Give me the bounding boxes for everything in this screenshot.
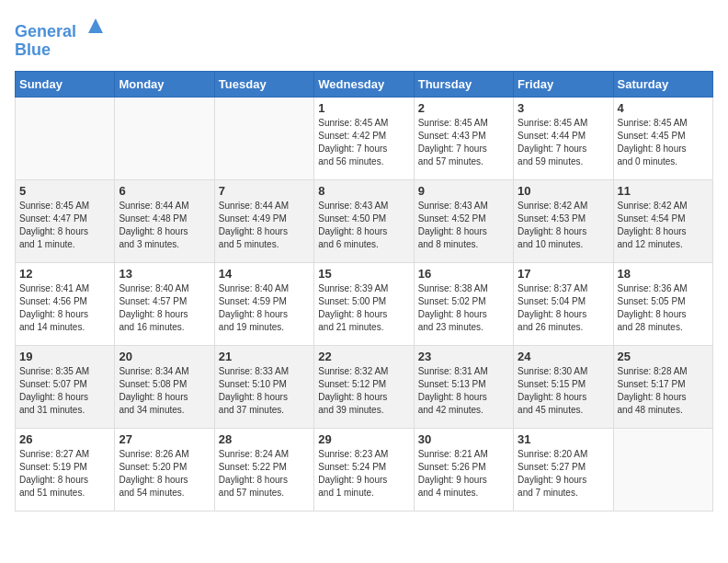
day-info: Sunrise: 8:33 AM Sunset: 5:10 PM Dayligh… xyxy=(219,365,310,417)
day-number: 24 xyxy=(518,350,609,363)
calendar-cell: 21Sunrise: 8:33 AM Sunset: 5:10 PM Dayli… xyxy=(214,345,313,428)
calendar-cell xyxy=(16,97,115,179)
day-info: Sunrise: 8:20 AM Sunset: 5:27 PM Dayligh… xyxy=(518,448,609,500)
day-info: Sunrise: 8:36 AM Sunset: 5:05 PM Dayligh… xyxy=(618,282,709,334)
logo-text: General xyxy=(15,15,107,41)
calendar-cell: 23Sunrise: 8:31 AM Sunset: 5:13 PM Dayli… xyxy=(414,345,513,428)
calendar-cell: 12Sunrise: 8:41 AM Sunset: 4:56 PM Dayli… xyxy=(16,262,115,345)
day-info: Sunrise: 8:31 AM Sunset: 5:13 PM Dayligh… xyxy=(418,365,509,417)
day-number: 4 xyxy=(618,101,709,115)
logo-icon xyxy=(85,15,107,37)
day-info: Sunrise: 8:34 AM Sunset: 5:08 PM Dayligh… xyxy=(119,365,210,417)
day-info: Sunrise: 8:45 AM Sunset: 4:45 PM Dayligh… xyxy=(618,117,709,168)
day-number: 15 xyxy=(318,267,409,281)
day-info: Sunrise: 8:38 AM Sunset: 5:02 PM Dayligh… xyxy=(418,282,509,334)
calendar-cell: 5Sunrise: 8:45 AM Sunset: 4:47 PM Daylig… xyxy=(16,179,115,262)
day-number: 11 xyxy=(618,184,709,198)
day-number: 1 xyxy=(318,101,409,115)
day-number: 13 xyxy=(119,267,210,281)
day-number: 28 xyxy=(219,432,310,446)
day-info: Sunrise: 8:45 AM Sunset: 4:44 PM Dayligh… xyxy=(518,117,609,168)
calendar-cell: 25Sunrise: 8:28 AM Sunset: 5:17 PM Dayli… xyxy=(613,345,712,428)
day-number: 29 xyxy=(318,432,409,446)
calendar-cell: 9Sunrise: 8:43 AM Sunset: 4:52 PM Daylig… xyxy=(414,179,513,262)
calendar-cell: 16Sunrise: 8:38 AM Sunset: 5:02 PM Dayli… xyxy=(414,262,513,345)
day-number: 25 xyxy=(618,350,709,363)
calendar-cell xyxy=(613,428,712,511)
calendar-cell: 8Sunrise: 8:43 AM Sunset: 4:50 PM Daylig… xyxy=(314,179,414,262)
calendar-cell: 13Sunrise: 8:40 AM Sunset: 4:57 PM Dayli… xyxy=(115,262,214,345)
day-number: 20 xyxy=(119,350,210,363)
calendar-cell: 28Sunrise: 8:24 AM Sunset: 5:22 PM Dayli… xyxy=(214,428,313,511)
day-info: Sunrise: 8:26 AM Sunset: 5:20 PM Dayligh… xyxy=(119,448,210,500)
calendar-cell: 29Sunrise: 8:23 AM Sunset: 5:24 PM Dayli… xyxy=(314,428,414,511)
calendar-cell: 26Sunrise: 8:27 AM Sunset: 5:19 PM Dayli… xyxy=(16,428,115,511)
day-number: 22 xyxy=(318,350,409,363)
svg-marker-0 xyxy=(88,18,103,33)
weekday-header: Friday xyxy=(514,71,613,97)
day-info: Sunrise: 8:40 AM Sunset: 4:59 PM Dayligh… xyxy=(219,282,310,334)
calendar-cell: 2Sunrise: 8:45 AM Sunset: 4:43 PM Daylig… xyxy=(414,97,513,179)
calendar-cell: 14Sunrise: 8:40 AM Sunset: 4:59 PM Dayli… xyxy=(214,262,313,345)
day-number: 21 xyxy=(219,350,310,363)
day-info: Sunrise: 8:45 AM Sunset: 4:43 PM Dayligh… xyxy=(418,117,509,168)
day-info: Sunrise: 8:42 AM Sunset: 4:53 PM Dayligh… xyxy=(518,200,609,251)
calendar-week-row: 26Sunrise: 8:27 AM Sunset: 5:19 PM Dayli… xyxy=(16,428,713,511)
day-info: Sunrise: 8:23 AM Sunset: 5:24 PM Dayligh… xyxy=(318,448,409,500)
logo-general: General xyxy=(15,22,76,40)
day-number: 30 xyxy=(418,432,509,446)
day-number: 17 xyxy=(518,267,609,281)
calendar-cell: 31Sunrise: 8:20 AM Sunset: 5:27 PM Dayli… xyxy=(514,428,613,511)
day-info: Sunrise: 8:39 AM Sunset: 5:00 PM Dayligh… xyxy=(318,282,409,334)
day-info: Sunrise: 8:45 AM Sunset: 4:47 PM Dayligh… xyxy=(19,200,110,251)
calendar-cell: 24Sunrise: 8:30 AM Sunset: 5:15 PM Dayli… xyxy=(514,345,613,428)
calendar-cell: 19Sunrise: 8:35 AM Sunset: 5:07 PM Dayli… xyxy=(16,345,115,428)
weekday-header: Saturday xyxy=(613,71,712,97)
calendar-header: SundayMondayTuesdayWednesdayThursdayFrid… xyxy=(16,71,713,97)
day-info: Sunrise: 8:32 AM Sunset: 5:12 PM Dayligh… xyxy=(318,365,409,417)
calendar-cell: 15Sunrise: 8:39 AM Sunset: 5:00 PM Dayli… xyxy=(314,262,414,345)
day-number: 12 xyxy=(19,267,110,281)
calendar-cell: 10Sunrise: 8:42 AM Sunset: 4:53 PM Dayli… xyxy=(514,179,613,262)
day-number: 31 xyxy=(518,432,609,446)
day-number: 19 xyxy=(19,350,110,363)
day-info: Sunrise: 8:44 AM Sunset: 4:48 PM Dayligh… xyxy=(119,200,210,251)
day-info: Sunrise: 8:28 AM Sunset: 5:17 PM Dayligh… xyxy=(618,365,709,417)
calendar-cell: 17Sunrise: 8:37 AM Sunset: 5:04 PM Dayli… xyxy=(514,262,613,345)
calendar-cell: 7Sunrise: 8:44 AM Sunset: 4:49 PM Daylig… xyxy=(214,179,313,262)
day-number: 14 xyxy=(219,267,310,281)
day-info: Sunrise: 8:43 AM Sunset: 4:52 PM Dayligh… xyxy=(418,200,509,251)
day-info: Sunrise: 8:37 AM Sunset: 5:04 PM Dayligh… xyxy=(518,282,609,334)
day-info: Sunrise: 8:41 AM Sunset: 4:56 PM Dayligh… xyxy=(19,282,110,334)
calendar-cell xyxy=(214,97,313,179)
logo: General Blue xyxy=(15,15,107,60)
calendar-cell: 4Sunrise: 8:45 AM Sunset: 4:45 PM Daylig… xyxy=(613,97,712,179)
day-info: Sunrise: 8:21 AM Sunset: 5:26 PM Dayligh… xyxy=(418,448,509,500)
calendar-cell: 6Sunrise: 8:44 AM Sunset: 4:48 PM Daylig… xyxy=(115,179,214,262)
calendar-table: SundayMondayTuesdayWednesdayThursdayFrid… xyxy=(15,71,713,511)
day-number: 5 xyxy=(19,184,110,198)
day-info: Sunrise: 8:40 AM Sunset: 4:57 PM Dayligh… xyxy=(119,282,210,334)
page-header: General Blue xyxy=(15,15,713,60)
day-number: 10 xyxy=(518,184,609,198)
weekday-header: Thursday xyxy=(414,71,513,97)
day-number: 3 xyxy=(518,101,609,115)
day-info: Sunrise: 8:45 AM Sunset: 4:42 PM Dayligh… xyxy=(318,117,409,168)
day-number: 26 xyxy=(19,432,110,446)
calendar-cell: 27Sunrise: 8:26 AM Sunset: 5:20 PM Dayli… xyxy=(115,428,214,511)
day-number: 2 xyxy=(418,101,509,115)
calendar-cell xyxy=(115,97,214,179)
day-info: Sunrise: 8:35 AM Sunset: 5:07 PM Dayligh… xyxy=(19,365,110,417)
day-info: Sunrise: 8:24 AM Sunset: 5:22 PM Dayligh… xyxy=(219,448,310,500)
calendar-cell: 1Sunrise: 8:45 AM Sunset: 4:42 PM Daylig… xyxy=(314,97,414,179)
day-number: 6 xyxy=(119,184,210,198)
day-info: Sunrise: 8:42 AM Sunset: 4:54 PM Dayligh… xyxy=(618,200,709,251)
calendar-cell: 3Sunrise: 8:45 AM Sunset: 4:44 PM Daylig… xyxy=(514,97,613,179)
calendar-cell: 11Sunrise: 8:42 AM Sunset: 4:54 PM Dayli… xyxy=(613,179,712,262)
weekday-header: Tuesday xyxy=(214,71,313,97)
calendar-week-row: 19Sunrise: 8:35 AM Sunset: 5:07 PM Dayli… xyxy=(16,345,713,428)
day-info: Sunrise: 8:43 AM Sunset: 4:50 PM Dayligh… xyxy=(318,200,409,251)
calendar-cell: 18Sunrise: 8:36 AM Sunset: 5:05 PM Dayli… xyxy=(613,262,712,345)
day-info: Sunrise: 8:44 AM Sunset: 4:49 PM Dayligh… xyxy=(219,200,310,251)
calendar-week-row: 12Sunrise: 8:41 AM Sunset: 4:56 PM Dayli… xyxy=(16,262,713,345)
